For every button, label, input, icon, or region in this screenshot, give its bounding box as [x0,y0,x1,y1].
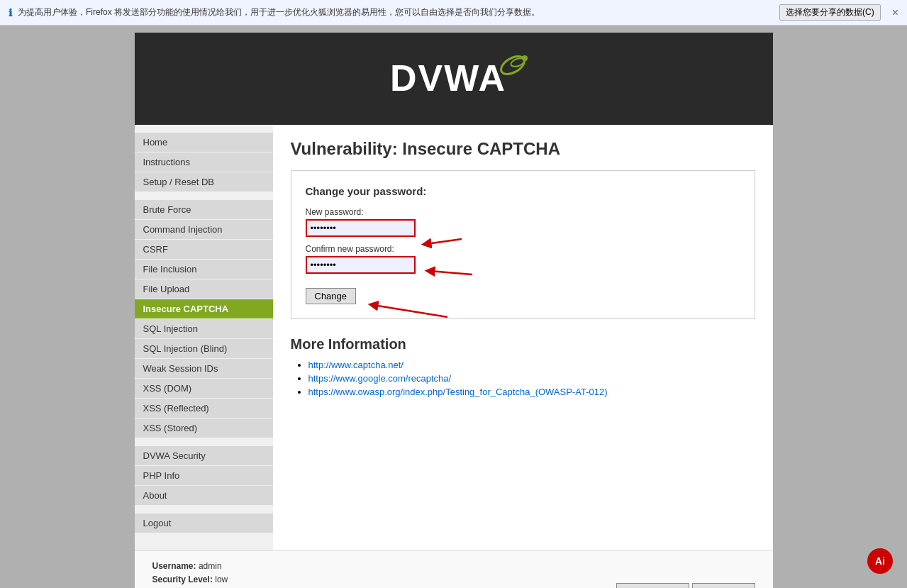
new-password-label: New password: [306,207,416,217]
sidebar-item-insecure-captcha[interactable]: Insecure CAPTCHA [135,299,273,318]
list-item: https://www.google.com/recaptcha/ [308,373,755,384]
sidebar: Home Instructions Setup / Reset DB Brute… [135,125,273,550]
sidebar-item-command-injection[interactable]: Command Injection [135,220,273,239]
sidebar-item-brute-force[interactable]: Brute Force [135,200,273,219]
list-item: https://www.owasp.org/index.php/Testing_… [308,387,755,397]
view-source-button[interactable]: View Source [616,583,689,588]
sidebar-divider [135,192,273,199]
sidebar-item-dvwa-security[interactable]: DVWA Security [135,446,273,465]
dvwa-header: DVWA [135,33,773,125]
svg-line-7 [426,239,462,244]
info-bar-text: 为提高用户体验，Firefox 将发送部分功能的使用情况给我们，用于进一步优化火… [18,6,774,18]
ai-badge[interactable]: Ai [867,548,893,574]
more-info-section: More Information http://www.captcha.net/… [291,336,755,397]
dvwa-logo: DVWA [376,50,532,109]
confirm-password-group: Confirm new password: [306,244,416,274]
sidebar-item-xss-dom[interactable]: XSS (DOM) [135,379,273,398]
change-button[interactable]: Change [306,288,357,304]
list-item: http://www.captcha.net/ [308,360,755,370]
svg-line-8 [430,271,472,274]
info-bar-close-button[interactable]: × [892,6,898,19]
form-heading: Change your password: [306,185,740,197]
change-password-form-box: Change your password: New password: Conf… [291,170,755,319]
share-data-button[interactable]: 选择您要分享的数据(C) [779,4,881,21]
sidebar-item-xss-reflected[interactable]: XSS (Reflected) [135,399,273,418]
more-info-link-1[interactable]: http://www.captcha.net/ [308,360,404,370]
more-info-list: http://www.captcha.net/ https://www.goog… [291,360,755,397]
sidebar-item-file-upload[interactable]: File Upload [135,279,273,299]
footer-username: Username: admin [152,560,228,573]
dvwa-footer: Username: admin Security Level: low PHPI… [135,550,773,588]
more-info-link-3[interactable]: https://www.owasp.org/index.php/Testing_… [308,387,608,397]
more-info-link-2[interactable]: https://www.google.com/recaptcha/ [308,373,452,384]
sidebar-item-logout[interactable]: Logout [135,514,273,533]
main-content: Vulnerability: Insecure CAPTCHA Change y… [273,125,773,550]
footer-buttons: View Source View Help [616,583,755,588]
footer-security-value: low [215,575,228,584]
firefox-info-bar: ℹ 为提高用户体验，Firefox 将发送部分功能的使用情况给我们，用于进一步优… [0,0,907,26]
sidebar-item-home[interactable]: Home [135,133,273,152]
sidebar-item-xss-stored[interactable]: XSS (Stored) [135,418,273,438]
dvwa-body: Home Instructions Setup / Reset DB Brute… [135,125,773,550]
new-password-group: New password: [306,207,416,237]
sidebar-item-weak-session-ids[interactable]: Weak Session IDs [135,359,273,378]
sidebar-item-setup[interactable]: Setup / Reset DB [135,172,273,192]
sidebar-divider-2 [135,438,273,445]
sidebar-item-sql-injection-blind[interactable]: SQL Injection (Blind) [135,339,273,358]
footer-security: Security Level: low [152,573,228,587]
sidebar-divider-3 [135,506,273,513]
sidebar-item-csrf[interactable]: CSRF [135,240,273,259]
sidebar-item-php-info[interactable]: PHP Info [135,466,273,485]
confirm-password-label: Confirm new password: [306,244,416,254]
page-title: Vulnerability: Insecure CAPTCHA [291,139,755,159]
sidebar-item-file-inclusion[interactable]: File Inclusion [135,260,273,279]
sidebar-item-sql-injection[interactable]: SQL Injection [135,319,273,338]
new-password-input[interactable] [306,219,416,237]
footer-info: Username: admin Security Level: low PHPI… [152,560,228,588]
view-help-button[interactable]: View Help [692,583,755,588]
svg-text:DVWA: DVWA [390,57,506,99]
sidebar-item-instructions[interactable]: Instructions [135,152,273,172]
svg-line-9 [373,305,447,317]
confirm-password-input[interactable] [306,256,416,274]
dvwa-container: DVWA Home Instructions Setup / Reset DB … [135,33,773,588]
sidebar-item-about[interactable]: About [135,486,273,505]
page-wrapper: DVWA Home Instructions Setup / Reset DB … [0,26,907,588]
footer-username-value: admin [199,561,222,571]
svg-point-3 [522,55,528,61]
info-icon: ℹ [9,7,12,18]
logo-svg: DVWA [376,50,532,106]
more-info-heading: More Information [291,336,755,353]
